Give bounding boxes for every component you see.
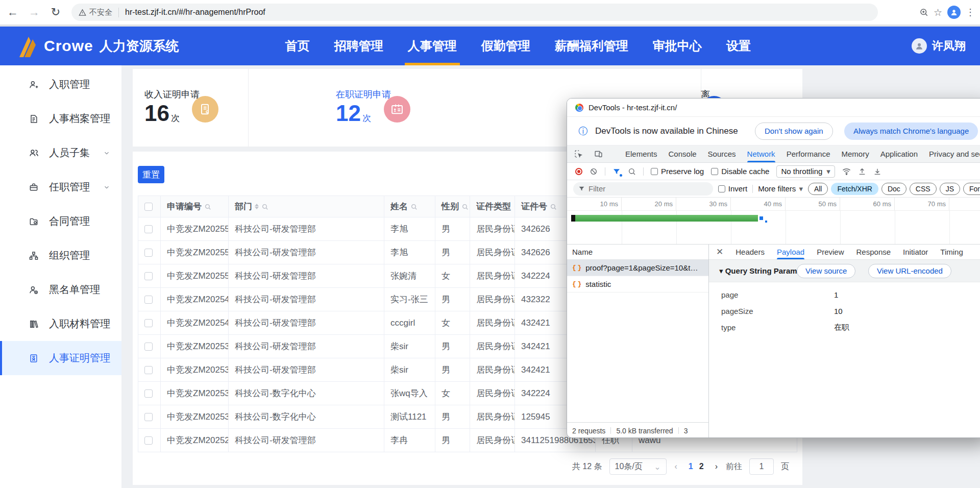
search-icon[interactable] — [628, 167, 636, 176]
devtools-tab[interactable]: Sources — [708, 145, 736, 162]
row-checkbox[interactable] — [144, 296, 153, 304]
next-page-icon[interactable]: › — [714, 462, 719, 471]
filter-chip[interactable]: JS — [940, 183, 960, 195]
invert-checkbox[interactable]: Invert — [718, 184, 748, 193]
row-checkbox[interactable] — [144, 343, 153, 351]
nav-item[interactable]: 审批中心 — [647, 27, 708, 65]
filter-chip[interactable]: CSS — [910, 183, 937, 195]
devtools-titlebar[interactable]: DevTools - hr-test.zjf-it.cn/ — [567, 99, 980, 117]
import-har-icon[interactable] — [858, 167, 866, 176]
match-language-button[interactable]: Always match Chrome's language — [844, 123, 978, 140]
filter-chip[interactable]: Font — [963, 183, 980, 195]
column-header[interactable]: 性别 — [435, 196, 470, 217]
nav-item[interactable]: 招聘管理 — [328, 27, 389, 65]
refresh-icon[interactable]: ↻ — [47, 4, 64, 21]
row-checkbox[interactable] — [144, 249, 153, 257]
filter-input[interactable] — [573, 182, 713, 196]
sidebar-item[interactable]: 人事档案管理 — [0, 102, 121, 136]
devtools-tab[interactable]: Performance — [787, 145, 830, 162]
sidebar-item[interactable]: 任职管理 — [0, 170, 121, 204]
devtools-tab[interactable]: Privacy and security — [929, 145, 980, 162]
sidebar-item[interactable]: 人事证明管理 — [0, 341, 121, 375]
row-checkbox[interactable] — [144, 436, 153, 445]
device-toolbar-icon[interactable] — [594, 150, 603, 158]
filter-chip[interactable]: All — [808, 183, 828, 195]
browser-profile-avatar[interactable] — [947, 6, 961, 19]
column-header[interactable]: 申请编号 — [161, 196, 229, 217]
row-checkbox[interactable] — [144, 319, 153, 327]
filter-chip[interactable]: Doc — [881, 183, 906, 195]
zoom-icon[interactable] — [919, 8, 928, 17]
row-checkbox[interactable] — [144, 225, 153, 233]
column-search-icon[interactable] — [410, 203, 418, 210]
devtools-tab[interactable]: Elements — [625, 145, 657, 162]
nav-item[interactable]: 设置 — [720, 27, 757, 65]
browser-menu-icon[interactable]: ⋮ — [966, 7, 975, 18]
detail-tab[interactable]: Initiator — [903, 245, 928, 259]
sort-icon[interactable] — [255, 204, 259, 209]
goto-page-input[interactable] — [749, 458, 774, 475]
sidebar-item[interactable]: 组织管理 — [0, 238, 121, 273]
back-icon[interactable]: ← — [4, 4, 21, 21]
column-search-icon[interactable] — [204, 203, 211, 210]
security-chip[interactable]: 不安全 — [79, 8, 119, 17]
row-checkbox[interactable] — [144, 366, 153, 374]
column-header[interactable]: 部门 — [229, 196, 384, 217]
address-bar[interactable]: 不安全 hr-test.zjf-it.cn/#/hr-anagement/hrP… — [71, 4, 878, 21]
more-filters-button[interactable]: More filters▾ — [758, 184, 803, 193]
column-header[interactable]: 证件类型 — [470, 196, 515, 217]
detail-tab[interactable]: Preview — [817, 245, 844, 259]
preserve-log-checkbox[interactable]: Preserve log — [651, 167, 704, 176]
sidebar-item[interactable]: 黑名单管理 — [0, 273, 121, 307]
export-har-icon[interactable] — [873, 167, 881, 176]
nav-item[interactable]: 首页 — [279, 27, 316, 65]
page-size-select[interactable]: 10条/页 ⌄ — [609, 458, 667, 475]
nav-item[interactable]: 假勤管理 — [475, 27, 536, 65]
record-icon[interactable] — [575, 168, 582, 175]
sidebar-item[interactable]: 合同管理 — [0, 204, 121, 238]
sidebar-item[interactable]: 入职材料管理 — [0, 307, 121, 341]
request-row[interactable]: { } proof?page=1&pageSize=10&t… — [567, 260, 708, 276]
stat-card[interactable]: 收入证明申请 16次 — [133, 69, 249, 147]
sidebar-item[interactable]: 入职管理 — [0, 67, 121, 102]
row-checkbox[interactable] — [144, 272, 153, 280]
column-header[interactable]: 姓名 — [384, 196, 435, 217]
filter-toggle-icon[interactable] — [612, 167, 621, 176]
close-icon[interactable]: ✕ — [716, 247, 723, 257]
disable-cache-checkbox[interactable]: Disable cache — [711, 167, 769, 176]
clear-icon[interactable] — [590, 167, 598, 176]
nav-item[interactable]: 人事管理 — [402, 27, 463, 65]
view-url-encoded-button[interactable]: View URL-encoded — [868, 264, 951, 278]
filter-chip[interactable]: Fetch/XHR — [831, 183, 878, 195]
request-row[interactable]: { } statistic — [567, 276, 708, 292]
prev-page-icon[interactable]: ‹ — [674, 462, 678, 471]
view-source-button[interactable]: View source — [797, 264, 855, 278]
network-conditions-icon[interactable] — [842, 167, 851, 176]
nav-item[interactable]: 薪酬福利管理 — [549, 27, 634, 65]
row-checkbox[interactable] — [144, 413, 153, 421]
detail-tab[interactable]: Response — [856, 245, 891, 259]
detail-tab[interactable]: Timing — [940, 245, 963, 259]
dont-show-again-button[interactable]: Don't show again — [755, 123, 833, 140]
bookmark-star-icon[interactable]: ☆ — [934, 7, 942, 18]
forward-icon[interactable]: → — [26, 4, 43, 21]
devtools-tab[interactable]: Memory — [842, 145, 869, 162]
page-number[interactable]: 2 — [696, 462, 707, 471]
column-search-icon[interactable] — [261, 203, 268, 210]
user-box[interactable]: 许凤翔 — [912, 38, 966, 54]
devtools-tab[interactable]: Application — [880, 145, 918, 162]
sidebar-item[interactable]: 人员子集 — [0, 136, 121, 170]
detail-tab[interactable]: Payload — [777, 245, 804, 259]
page-number[interactable]: 1 — [685, 462, 696, 471]
select-all-checkbox[interactable] — [144, 203, 153, 211]
throttling-select[interactable]: No throttling▾ — [776, 165, 835, 178]
detail-tab[interactable]: Headers — [736, 245, 765, 259]
inspect-icon[interactable] — [574, 150, 583, 158]
timeline-overview[interactable] — [567, 211, 980, 245]
column-search-icon[interactable] — [550, 203, 557, 210]
row-checkbox[interactable] — [144, 389, 153, 398]
request-list-header[interactable]: Name — [567, 245, 708, 260]
column-search-icon[interactable] — [461, 203, 469, 210]
devtools-tab[interactable]: Network — [747, 145, 775, 162]
devtools-tab[interactable]: Console — [669, 145, 697, 162]
